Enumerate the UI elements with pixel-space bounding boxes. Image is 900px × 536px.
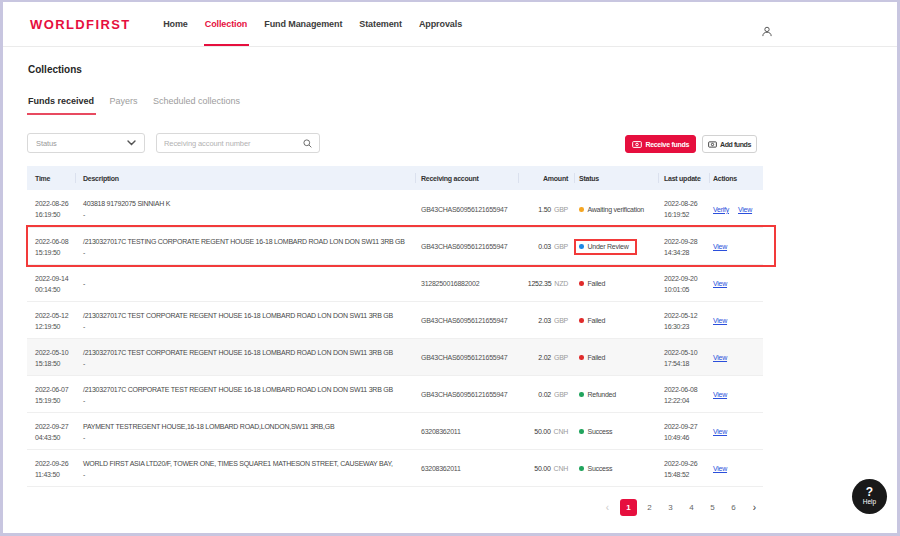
tab-funds-received[interactable]: Funds received — [28, 96, 94, 115]
column-separator — [518, 173, 519, 183]
cell-receiving-account: GB43CHAS60956121655947 — [415, 301, 518, 338]
status-dot-icon — [579, 466, 584, 471]
last-update-date: 2022-09-27 — [664, 421, 709, 432]
cell-status: Under Review — [574, 227, 658, 264]
cell-last-update: 2022-05-1216:30:23 — [658, 301, 709, 338]
amount-value: 1.50 — [538, 206, 551, 213]
column-separator — [658, 173, 659, 183]
view-link[interactable]: View — [713, 280, 727, 287]
description-value: /2130327017C CORPORATE TEST REGENT HOUSE… — [83, 384, 415, 406]
column-header-status: Status — [574, 166, 658, 190]
status-label: Awaiting verification — [588, 206, 645, 213]
receiving-account-input[interactable] — [164, 139, 299, 148]
page-title: Collections — [28, 64, 82, 75]
pagination-page-1[interactable]: 1 — [620, 499, 637, 516]
receiving-account-value: GB43CHAS60956121655947 — [421, 317, 507, 324]
cell-status: Success — [574, 412, 658, 449]
last-update-value: 2022-05-1017:54:18 — [664, 347, 709, 369]
time-date: 2022-05-10 — [35, 347, 75, 358]
view-link[interactable]: View — [713, 428, 727, 435]
column-header-actions: Actions — [709, 166, 763, 190]
pagination-page-3[interactable]: 3 — [662, 499, 679, 516]
nav-item-home[interactable]: Home — [155, 2, 197, 46]
nav-item-statement[interactable]: Statement — [351, 2, 411, 46]
cell-time: 2022-06-0715:19:50 — [27, 375, 75, 412]
pagination-page-5[interactable]: 5 — [704, 499, 721, 516]
top-navigation-bar: WORLDFIRST HomeCollectionFund Management… — [3, 2, 897, 47]
description-line1: /2130327017C TEST CORPORATE REGENT HOUSE… — [83, 347, 415, 358]
receive-funds-button[interactable]: Receive funds — [625, 135, 696, 153]
pagination-next-button[interactable]: › — [746, 499, 763, 516]
tab-bar: Funds receivedPayersScheduled collection… — [28, 96, 256, 115]
cell-amount: 0.02GBP — [518, 375, 574, 412]
amount-value: 2.03 — [538, 317, 551, 324]
cell-description: /2130327017C CORPORATE TEST REGENT HOUSE… — [75, 375, 415, 412]
user-account-icon[interactable] — [762, 23, 772, 35]
pagination-prev-button[interactable]: ‹ — [599, 499, 616, 516]
cell-description: - — [75, 264, 415, 301]
view-link[interactable]: View — [738, 206, 752, 213]
verify-link[interactable]: Verify — [713, 206, 729, 213]
status-dot-icon — [579, 207, 584, 212]
banknote-icon — [632, 140, 642, 149]
add-funds-button[interactable]: Add funds — [702, 135, 757, 153]
pagination-page-6[interactable]: 6 — [725, 499, 742, 516]
cell-time: 2022-05-1212:19:50 — [27, 301, 75, 338]
status-dot-icon — [579, 392, 584, 397]
last-update-clock: 16:19:52 — [664, 209, 709, 220]
table-row: 2022-06-0715:19:50/2130327017C CORPORATE… — [27, 375, 763, 412]
cell-description: /2130327017C TEST CORPORATE REGENT HOUSE… — [75, 301, 415, 338]
description-value: /2130327017C TEST CORPORATE REGENT HOUSE… — [83, 310, 415, 332]
view-link[interactable]: View — [713, 317, 727, 324]
view-link[interactable]: View — [713, 243, 727, 250]
cell-description: /2130327017C TESTING CORPORATE REGENT HO… — [75, 227, 415, 264]
cell-status: Failed — [574, 301, 658, 338]
time-date: 2022-06-08 — [35, 236, 75, 247]
last-update-date: 2022-08-26 — [664, 198, 709, 209]
status-label: Failed — [588, 354, 606, 361]
description-line1: /2130327017C CORPORATE TEST REGENT HOUSE… — [83, 384, 415, 395]
tab-payers[interactable]: Payers — [110, 96, 138, 115]
status-label: Success — [588, 428, 613, 435]
cell-receiving-account: GB43CHAS60956121655947 — [415, 375, 518, 412]
chevron-down-icon — [127, 140, 136, 146]
currency-code: CNH — [554, 428, 568, 435]
cell-description: WORLD FIRST ASIA LTD20/F, TOWER ONE, TIM… — [75, 449, 415, 486]
time-value: 2022-08-2616:19:50 — [35, 198, 75, 220]
currency-code: GBP — [554, 354, 568, 361]
time-value: 2022-05-1015:18:50 — [35, 347, 75, 369]
column-header-label: Receiving account — [421, 175, 479, 182]
last-update-date: 2022-09-28 — [664, 236, 709, 247]
nav-item-approvals[interactable]: Approvals — [410, 2, 470, 46]
last-update-date: 2022-05-12 — [664, 310, 709, 321]
cell-time: 2022-06-0815:19:50 — [27, 227, 75, 264]
cell-actions: View — [709, 375, 763, 412]
cell-amount: 2.02GBP — [518, 338, 574, 375]
cell-description: /2130327017C TEST CORPORATE REGENT HOUSE… — [75, 338, 415, 375]
last-update-value: 2022-09-2010:01:05 — [664, 273, 709, 295]
receiving-account-search — [156, 133, 320, 153]
tab-scheduled-collections[interactable]: Scheduled collections — [153, 96, 240, 115]
nav-item-collection[interactable]: Collection — [196, 2, 256, 46]
view-link[interactable]: View — [713, 391, 727, 398]
column-separator — [574, 173, 575, 183]
funds-received-table: TimeDescriptionReceiving accountAmountSt… — [27, 166, 763, 487]
description-line2: - — [83, 358, 415, 369]
currency-code: GBP — [554, 391, 568, 398]
help-button[interactable]: ? Help — [852, 479, 887, 514]
pagination-page-2[interactable]: 2 — [641, 499, 658, 516]
status-filter-select[interactable]: Status — [27, 133, 145, 153]
last-update-value: 2022-09-2615:48:52 — [664, 458, 709, 480]
view-link[interactable]: View — [713, 465, 727, 472]
last-update-date: 2022-09-20 — [664, 273, 709, 284]
pagination-page-4[interactable]: 4 — [683, 499, 700, 516]
last-update-date: 2022-05-10 — [664, 347, 709, 358]
description-line2: - — [83, 247, 415, 258]
last-update-value: 2022-08-2616:19:52 — [664, 198, 709, 220]
status-badge: Failed — [579, 354, 658, 361]
nav-item-fund-management[interactable]: Fund Management — [256, 2, 351, 46]
cell-actions: VerifyView — [709, 190, 763, 227]
last-update-date: 2022-06-08 — [664, 384, 709, 395]
view-link[interactable]: View — [713, 354, 727, 361]
search-icon[interactable] — [303, 139, 312, 148]
